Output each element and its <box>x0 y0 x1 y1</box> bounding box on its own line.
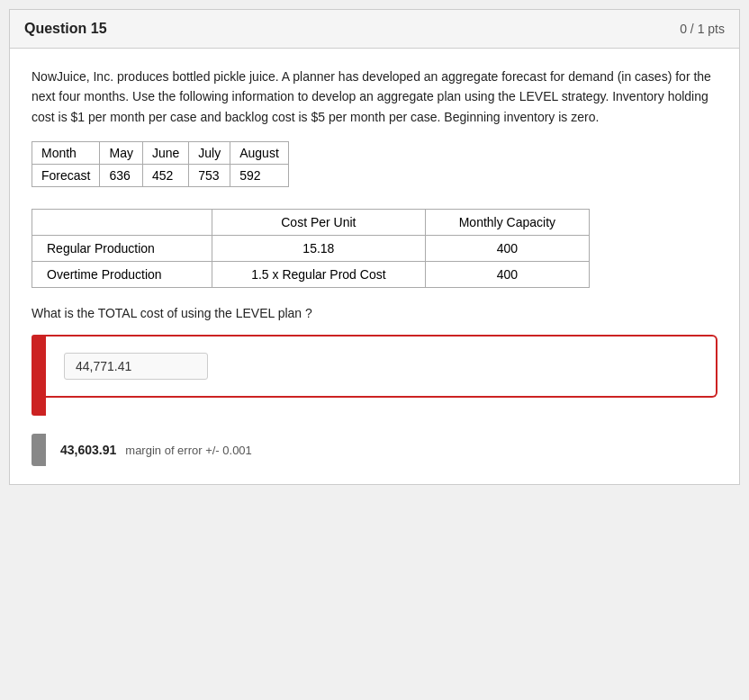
table-row: Month May June July August <box>32 142 289 165</box>
table-cell: July <box>189 142 230 165</box>
correct-answer-arrow <box>37 443 46 457</box>
table-cell: May <box>100 142 142 165</box>
col-header-capacity: Monthly Capacity <box>425 210 589 236</box>
table-row: Forecast 636 452 753 592 <box>32 165 289 187</box>
table-row: Regular Production 15.18 400 <box>32 236 590 262</box>
table-cell-capacity: 400 <box>425 262 589 288</box>
pts-label: 0 / 1 pts <box>680 22 725 36</box>
table-cell: 753 <box>189 165 230 187</box>
forecast-table: Month May June July August Forecast 636 … <box>32 141 289 187</box>
table-cell: August <box>230 142 289 165</box>
table-cell: June <box>142 142 188 165</box>
table-row: Cost Per Unit Monthly Capacity <box>32 210 590 236</box>
col-header-cost: Cost Per Unit <box>212 210 426 236</box>
table-cell-label: Overtime Production <box>32 262 212 288</box>
table-cell-label: Regular Production <box>32 236 212 262</box>
correct-answer-row: 43,603.91 margin of error +/- 0.001 <box>32 434 717 466</box>
correct-answer-value: 43,603.91 <box>60 443 116 457</box>
student-answer-arrow <box>37 368 46 382</box>
table-cell-cost: 15.18 <box>212 236 426 262</box>
col-header-empty <box>32 210 212 236</box>
table-cell: 636 <box>100 165 142 187</box>
table-cell: Forecast <box>32 165 100 187</box>
table-cell-cost: 1.5 x Regular Prod Cost <box>212 262 426 288</box>
question-header: Question 15 0 / 1 pts <box>10 10 739 49</box>
question-body: NowJuice, Inc. produces bottled pickle j… <box>10 49 739 484</box>
table-row: Overtime Production 1.5 x Regular Prod C… <box>32 262 590 288</box>
table-cell: Month <box>32 142 100 165</box>
question-text: NowJuice, Inc. produces bottled pickle j… <box>32 67 717 127</box>
answer-area <box>46 335 717 398</box>
table-cell-capacity: 400 <box>425 236 589 262</box>
question-prompt: What is the TOTAL cost of using the LEVE… <box>32 306 717 320</box>
cost-table: Cost Per Unit Monthly Capacity Regular P… <box>32 209 590 288</box>
margin-of-error-label: margin of error +/- 0.001 <box>125 444 252 457</box>
table-cell: 452 <box>142 165 188 187</box>
question-title: Question 15 <box>24 21 107 37</box>
student-answer-input[interactable] <box>64 353 208 380</box>
table-cell: 592 <box>230 165 289 187</box>
